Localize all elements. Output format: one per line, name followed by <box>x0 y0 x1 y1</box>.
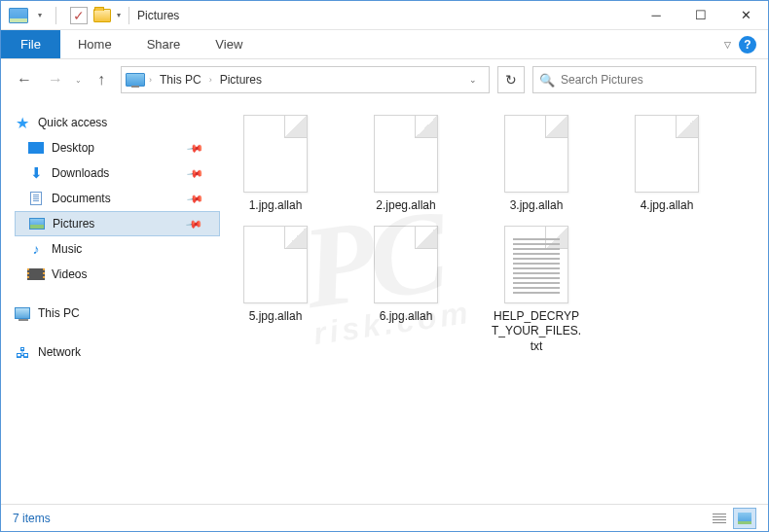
ribbon: File Home Share View ▽ ? <box>1 30 768 59</box>
view-details-button[interactable] <box>708 508 731 529</box>
address-bar[interactable]: › This PC › Pictures ⌄ <box>121 66 490 93</box>
sidebar-quick-access[interactable]: ★ Quick access <box>15 110 220 135</box>
qat-customize-icon[interactable]: ▾ <box>117 11 121 19</box>
file-tab[interactable]: File <box>1 30 60 58</box>
file-name: 4.jpg.allah <box>641 198 694 214</box>
tab-view[interactable]: View <box>198 30 260 58</box>
file-name: 3.jpg.allah <box>510 198 564 214</box>
close-button[interactable]: ✕ <box>723 1 768 30</box>
sidebar-item-pictures[interactable]: Pictures 📌 <box>15 211 220 236</box>
chevron-right-icon[interactable]: › <box>209 75 212 85</box>
app-icon <box>9 8 28 23</box>
file-name: 5.jpg.allah <box>249 309 303 325</box>
tab-share[interactable]: Share <box>129 30 199 58</box>
sidebar-item-label: Desktop <box>52 141 94 155</box>
sidebar-this-pc[interactable]: This PC <box>15 301 220 326</box>
documents-icon <box>30 192 42 205</box>
this-pc-icon <box>15 307 30 319</box>
text-file-icon <box>504 226 568 303</box>
qat-newfolder-button[interactable] <box>93 9 111 22</box>
file-name: 1.jpg.allah <box>249 198 303 214</box>
file-item[interactable]: 2.jpeg.allah <box>360 115 452 214</box>
star-icon: ★ <box>15 115 30 130</box>
unknown-file-icon <box>374 115 438 193</box>
file-name: 6.jpg.allah <box>380 309 433 325</box>
file-item[interactable]: 3.jpg.allah <box>491 115 582 214</box>
sidebar-item-downloads[interactable]: ⬇ Downloads 📌 <box>15 160 220 186</box>
file-item[interactable]: HELP_DECRYPT_YOUR_FILES.txt <box>491 226 582 355</box>
status-bar: 7 items <box>1 504 768 531</box>
sidebar-item-label: Downloads <box>52 166 109 180</box>
unknown-file-icon <box>243 115 308 193</box>
item-count: 7 items <box>13 512 51 525</box>
breadcrumb-pictures[interactable]: Pictures <box>216 71 266 89</box>
separator <box>55 7 56 24</box>
sidebar-label: Quick access <box>38 116 107 129</box>
view-thumbnails-button[interactable] <box>733 508 756 529</box>
file-name: HELP_DECRYPT_YOUR_FILES.txt <box>491 309 582 355</box>
separator <box>128 7 129 24</box>
forward-button[interactable]: → <box>44 68 67 91</box>
minimize-button[interactable]: ─ <box>634 1 678 30</box>
sidebar-label: This PC <box>38 306 80 320</box>
help-icon[interactable]: ? <box>739 36 756 53</box>
sidebar-item-label: Pictures <box>53 217 94 231</box>
recent-locations-icon[interactable]: ⌄ <box>75 76 82 85</box>
music-icon: ♪ <box>28 241 44 257</box>
file-item[interactable]: 1.jpg.allah <box>230 115 321 214</box>
tab-home[interactable]: Home <box>60 30 129 58</box>
main-area: ★ Quick access Desktop 📌 ⬇ Downloads 📌 D… <box>1 100 768 504</box>
sidebar-item-music[interactable]: ♪ Music <box>15 236 220 262</box>
desktop-icon <box>28 142 44 154</box>
pin-icon: 📌 <box>185 215 203 233</box>
unknown-file-icon <box>243 226 308 303</box>
search-icon: 🔍 <box>539 73 555 88</box>
unknown-file-icon <box>504 115 568 193</box>
pin-icon: 📌 <box>186 139 204 158</box>
title-bar: ▾ ✓ ▾ Pictures ─ ☐ ✕ <box>1 1 768 30</box>
search-box[interactable]: 🔍 <box>532 66 756 93</box>
navigation-pane: ★ Quick access Desktop 📌 ⬇ Downloads 📌 D… <box>1 100 220 504</box>
file-list[interactable]: 1.jpg.allah2.jpeg.allah3.jpg.allah4.jpg.… <box>220 100 768 504</box>
sidebar-item-desktop[interactable]: Desktop 📌 <box>15 135 220 160</box>
videos-icon <box>29 268 43 280</box>
address-dropdown-icon[interactable]: ⌄ <box>461 75 485 85</box>
back-button[interactable]: ← <box>13 68 36 91</box>
file-item[interactable]: 4.jpg.allah <box>621 115 713 214</box>
refresh-button[interactable]: ↻ <box>497 66 525 93</box>
sidebar-item-documents[interactable]: Documents 📌 <box>15 186 220 211</box>
chevron-right-icon[interactable]: › <box>149 75 152 85</box>
sidebar-item-label: Music <box>52 242 82 256</box>
sidebar-item-label: Videos <box>52 267 87 281</box>
pictures-icon <box>29 218 45 230</box>
network-icon: 🖧 <box>15 344 30 360</box>
maximize-button[interactable]: ☐ <box>678 1 723 30</box>
sidebar-item-label: Documents <box>52 192 111 205</box>
downloads-icon: ⬇ <box>28 165 44 181</box>
pin-icon: 📌 <box>186 164 204 183</box>
location-icon <box>126 73 145 87</box>
file-item[interactable]: 5.jpg.allah <box>230 226 321 355</box>
address-row: ← → ⌄ ↑ › This PC › Pictures ⌄ ↻ 🔍 <box>1 59 768 100</box>
sidebar-network[interactable]: 🖧 Network <box>15 339 220 365</box>
breadcrumb-this-pc[interactable]: This PC <box>156 71 205 89</box>
unknown-file-icon <box>374 226 438 303</box>
window-title: Pictures <box>137 9 179 22</box>
thumbnails-icon <box>738 513 751 524</box>
ribbon-collapse-icon[interactable]: ▽ <box>724 40 731 50</box>
search-input[interactable] <box>561 73 750 87</box>
details-icon <box>713 514 726 523</box>
sidebar-label: Network <box>38 345 81 359</box>
up-button[interactable]: ↑ <box>90 68 113 91</box>
file-name: 2.jpeg.allah <box>376 198 435 214</box>
pin-icon: 📌 <box>186 190 204 208</box>
qat-properties-button[interactable]: ✓ <box>70 7 88 24</box>
qat-dropdown-icon[interactable]: ▾ <box>38 11 42 19</box>
sidebar-item-videos[interactable]: Videos <box>15 262 220 287</box>
file-item[interactable]: 6.jpg.allah <box>360 226 452 355</box>
unknown-file-icon <box>635 115 699 193</box>
